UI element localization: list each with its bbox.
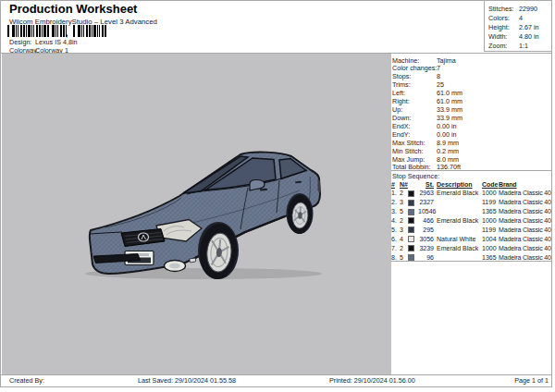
table-row: 4.2466Emerald Black1000Madeira Classic 4… [391,216,552,226]
cell-stitches: 3239 [418,245,434,251]
thread-color-swatch [408,209,414,215]
machine-row: Total Bobbin:136.70ft [391,163,552,171]
cell-stitches: 2963 [418,190,434,196]
barcode-segment-2 [73,25,106,37]
cell-swatch [408,190,418,197]
thread-color-swatch [408,254,414,261]
table-row: 3.5105461365Madeira Classic 40 [391,207,552,216]
machine-row: EndY:0.00 in [391,129,552,138]
stat-row-height: Height:2.67 in [485,22,552,31]
cell-brand: Madeira Classic 40 [499,236,552,242]
stat-label: Width: [488,32,507,41]
cell-brand: Madeira Classic 40 [499,199,552,205]
stat-label: Zoom: [488,42,507,50]
stat-label: Stitches: [488,5,514,13]
stat-row-colors: Colors:4 [485,13,552,22]
thread-color-swatch [408,236,414,242]
cell-num: 2. [391,199,400,205]
stat-value: 22990 [519,5,537,13]
cell-description: Emerald Black [437,190,482,196]
footer-last-saved: Last Saved: 29/10/2024 01.55.58 [138,376,236,385]
thread-color-swatch [408,200,414,206]
cell-needle: 2 [400,190,408,196]
stat-label: Colors: [488,14,510,22]
machine-row: Trims:25 [391,80,552,89]
cell-num: 3. [391,208,400,214]
cell-brand: Madeira Classic 40 [499,245,552,251]
cell-swatch [408,199,418,206]
side-marker-light [190,258,196,263]
cell-code: 1004 [482,236,499,242]
thread-color-swatch [408,227,414,233]
cell-brand: Madeira Classic 40 [499,190,552,196]
production-worksheet-page: Production Worksheet Wilcom EmbroiderySt… [0,0,555,392]
cell-brand: Madeira Classic 40 [499,227,552,233]
stat-value: 2.67 in [519,23,539,31]
col-header-description: Description [437,181,482,188]
cell-swatch [408,217,418,225]
table-row: 1.22963Emerald Black1000Madeira Classic … [391,189,552,198]
machine-row: Down:33.9 mm [391,113,552,121]
col-header-stitches: St. [418,181,434,188]
cell-needle: 5 [400,208,408,214]
cell-num: 4. [391,217,400,224]
machine-row: Color changes:7 [391,64,552,72]
col-header-code: Code [482,181,499,188]
cell-description: Emerald Black [437,217,482,224]
fog-light-inner [169,263,180,269]
stat-value: 1:1 [519,42,528,50]
cell-description: Emerald Black [437,245,482,251]
cell-num: 6. [391,236,400,242]
cell-swatch [408,227,418,234]
cell-needle: 3 [400,227,408,233]
stat-row-width: Width:4.80 in [485,31,552,41]
machine-row: Right:61.0 mm [391,97,552,105]
stat-row-stitches: Stitches:22990 [485,4,552,13]
cell-brand: Madeira Classic 40 [499,217,552,224]
machine-info-box: Machine:Tajima Color changes:7 Stops:8 T… [391,54,552,171]
table-row: 8.5961365Madeira Classic 40 [391,252,552,262]
car-embroidery-design [2,54,391,374]
design-label: Design: [9,39,31,46]
footer-page-number: Page 1 of 1 [481,376,549,385]
thread-color-swatch [408,190,414,197]
table-row: 2.323271199Madeira Classic 40 [391,198,552,207]
machine-row: Left:61.0 mm [391,89,552,97]
cell-brand: Madeira Classic 40 [499,254,552,261]
machine-row: Stops:8 [391,72,552,80]
cell-code: 1365 [482,208,499,214]
cell-swatch [408,253,418,261]
thread-color-swatch [408,217,414,224]
table-row: 7.23239Emerald Black1000Madeira Classic … [391,243,552,252]
machine-row: Max Stitch:8.9 mm [391,138,552,146]
cell-stitches: 466 [418,217,434,224]
cell-needle: 3 [400,199,408,205]
cell-code: 1000 [482,245,499,251]
table-row: 5.32951199Madeira Classic 40 [391,226,552,235]
summary-stats-box: Stitches:22990 Colors:4 Height:2.67 in W… [484,1,552,52]
cell-stitches: 10546 [418,208,434,214]
barcode-separator: , [66,29,68,38]
cell-num: 7. [391,245,400,251]
footer-separator [0,374,552,375]
table-row: 6.43056Natural White1004Madeira Classic … [391,234,552,243]
cell-swatch [408,208,418,215]
info-panel: Machine:Tajima Color changes:7 Stops:8 T… [391,54,552,374]
design-value: Lexus IS 4,8in [35,39,78,46]
cell-num: 1. [391,190,400,196]
cell-stitches: 96 [418,254,434,261]
table-header-row: # N# St. Description Code Brand [391,180,552,189]
thread-color-swatch [408,245,414,251]
stat-value: 4.80 in [519,32,539,41]
cell-stitches: 295 [418,227,434,233]
machine-row: EndX:0.00 in [391,121,552,129]
col-header-needle: N# [400,181,408,188]
cell-code: 1199 [482,227,499,233]
stat-row-zoom: Zoom:1:1 [485,41,552,50]
footer-printed: Printed: 29/10/2024 01.56.00 [329,376,415,385]
page-title: Production Worksheet [9,2,137,16]
cell-needle: 2 [400,217,408,224]
cell-needle: 2 [400,245,408,251]
cell-num: 5. [391,227,400,233]
barcode-segment-1 [7,25,67,37]
